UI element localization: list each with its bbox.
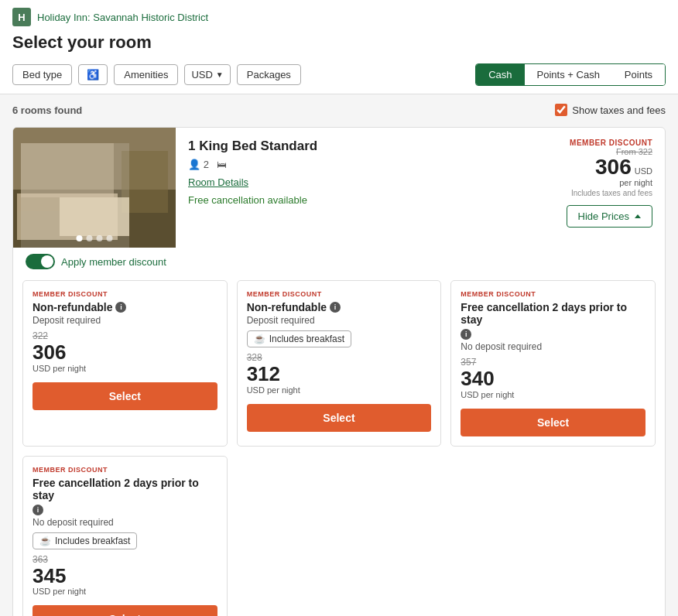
room-amenity-icons: 👤 2 🛏 [188,159,529,170]
room-image [13,128,176,248]
show-taxes-checkbox[interactable] [555,104,567,116]
member-discount-toggle-label: Apply member discount [61,256,166,268]
rate-3-price-unit: USD per night [461,390,645,399]
tab-points[interactable]: Points [612,64,665,85]
rate-4-deposit: No deposit required [33,517,217,528]
rate-4-price: 345 [33,565,217,587]
rate-2-price: 312 [247,363,432,385]
rate-4-info-icon[interactable]: i [33,505,43,515]
member-discount-badge: MEMBER DISCOUNT [570,139,652,147]
rate-3-old-price: 357 [461,357,645,368]
select-button-3[interactable]: Select [461,409,645,436]
page-title: Select your room [12,33,666,53]
guests-icon: 👤 2 [188,159,209,170]
dot-2[interactable] [87,235,93,241]
hotel-name-link[interactable]: Holiday Inn: Savannah Historic District [37,12,208,23]
rate-card-2: MEMBER DISCOUNT Non-refundable i Deposit… [237,280,442,447]
svg-rect-4 [17,193,118,240]
rate-card-1: MEMBER DISCOUNT Non-refundable i Deposit… [22,280,228,447]
rate-4-old-price: 363 [33,554,217,565]
price-currency: USD [635,166,652,176]
rate-2-breakfast-badge: ☕ Includes breakfast [247,330,351,347]
select-button-4[interactable]: Select [33,605,217,616]
payment-tabs: Cash Points + Cash Points [475,63,666,86]
rate-3-deposit: No deposit required [461,341,645,352]
bed-icon: 🛏 [217,159,227,170]
per-night-label: per night [619,178,652,187]
breakfast-label-4: Includes breakfast [55,536,130,546]
tab-points-cash[interactable]: Points + Cash [525,64,612,85]
dot-1[interactable] [77,235,83,241]
room-info: 1 King Bed Standard 👤 2 🛏 Room Details F… [176,128,541,248]
rate-4-title: Free cancellation 2 days prior to stay i [33,477,217,515]
hide-prices-button[interactable]: Hide Prices [567,205,652,228]
svg-rect-3 [122,151,168,213]
rate-2-old-price: 328 [247,352,432,363]
select-button-2[interactable]: Select [247,404,432,432]
rate-cards-grid: MEMBER DISCOUNT Non-refundable i Deposit… [13,280,665,456]
member-toggle-row: Apply member discount [13,248,665,280]
rate-3-title: Free cancellation 2 days prior to stay i [461,301,645,340]
rooms-count: 6 rooms found [12,104,82,116]
room-title: 1 King Bed Standard [188,139,529,154]
rate-card-3: MEMBER DISCOUNT Free cancellation 2 days… [450,280,656,447]
bed-type-filter[interactable]: Bed type [12,64,72,85]
rate-3-member-label: MEMBER DISCOUNT [461,290,645,298]
rate-2-deposit: Deposit required [247,315,432,326]
rate-2-member-label: MEMBER DISCOUNT [247,290,432,298]
rate-2-price-unit: USD per night [247,385,432,395]
tab-cash[interactable]: Cash [476,64,524,85]
image-dots [77,235,113,241]
svg-rect-5 [60,197,129,236]
incl-taxes-label: Includes taxes and fees [571,189,652,197]
dot-4[interactable] [107,235,113,241]
svg-rect-6 [17,211,60,240]
main-price: 306 [595,156,632,178]
breakfast-label: Includes breakfast [269,334,344,344]
amenities-filter[interactable]: Amenities [114,64,178,85]
rate-2-info-icon[interactable]: i [330,302,341,313]
rate-4-member-label: MEMBER DISCOUNT [33,466,217,474]
room-image-container [13,128,176,248]
room-details-link[interactable]: Room Details [188,176,529,188]
price-summary: MEMBER DISCOUNT From 322 306 USD per nig… [541,128,665,248]
rate-1-member-label: MEMBER DISCOUNT [33,290,217,298]
packages-filter[interactable]: Packages [237,64,301,85]
bottom-cards-grid: MEMBER DISCOUNT Free cancellation 2 days… [13,456,665,616]
accessibility-filter[interactable]: ♿ [78,64,108,85]
coffee-icon: ☕ [254,334,265,344]
rate-4-price-unit: USD per night [33,587,217,596]
show-taxes-label: Show taxes and fees [572,104,666,116]
rate-1-title: Non-refundable i [33,301,217,313]
coffee-icon-4: ☕ [39,536,51,546]
currency-dropdown-icon: ▼ [216,70,224,79]
rate-1-old-price: 322 [33,330,217,341]
rate-4-breakfast-badge: ☕ Includes breakfast [33,532,137,549]
rate-1-price-unit: USD per night [33,364,217,373]
dot-3[interactable] [97,235,103,241]
accessibility-icon: ♿ [87,69,99,80]
hide-prices-label: Hide Prices [578,210,629,222]
room-card: 1 King Bed Standard 👤 2 🛏 Room Details F… [12,127,666,616]
svg-rect-2 [21,143,114,197]
hotel-brand-icon: H [12,8,31,26]
currency-label: USD [191,69,212,80]
rate-1-deposit: Deposit required [33,315,217,326]
free-cancel-text: Free cancellation available [188,194,529,206]
toggle-knob [41,255,53,268]
select-button-1[interactable]: Select [33,382,217,410]
rate-3-info-icon[interactable]: i [461,329,471,340]
rate-1-info-icon[interactable]: i [115,302,126,313]
currency-selector[interactable]: USD ▼ [184,64,230,85]
rate-1-price: 306 [33,341,217,364]
rate-card-4: MEMBER DISCOUNT Free cancellation 2 days… [22,456,228,616]
rate-2-title: Non-refundable i [247,301,432,313]
member-discount-toggle[interactable] [26,254,55,269]
chevron-up-icon [635,214,641,218]
rate-3-price: 340 [461,368,645,390]
